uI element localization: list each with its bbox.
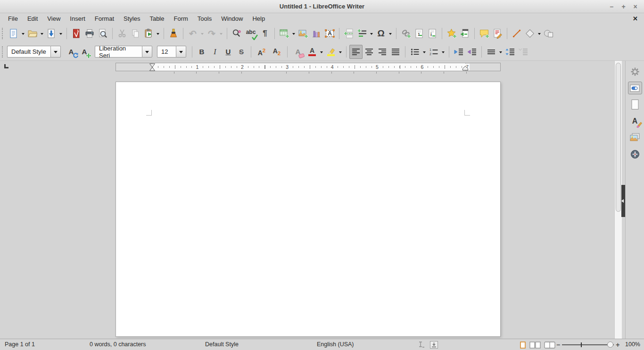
toolbar-grip[interactable]	[2, 28, 5, 39]
paragraph-style-dropdown[interactable]	[50, 46, 61, 58]
zoom-in-icon[interactable]: +	[616, 340, 619, 350]
track-changes-button[interactable]	[491, 26, 504, 41]
font-name-combo[interactable]: Liberation Seri	[95, 46, 142, 58]
insert-special-character-dropdown[interactable]	[388, 26, 393, 41]
menu-help[interactable]: Help	[248, 14, 270, 24]
font-size-combo[interactable]: 12	[157, 46, 176, 58]
highlight-color-button[interactable]	[324, 45, 338, 59]
zoom-out-icon[interactable]: −	[556, 340, 560, 350]
strikethrough-button[interactable]: S	[235, 45, 248, 59]
line-spacing-dropdown[interactable]	[498, 45, 504, 59]
sidebar-page-tab[interactable]	[628, 98, 642, 111]
formatting-marks-button[interactable]: ¶	[258, 26, 272, 41]
insert-hyperlink-button[interactable]	[399, 26, 413, 41]
new-document-dropdown[interactable]	[20, 26, 26, 41]
indent-marker-right[interactable]	[462, 66, 469, 71]
horizontal-ruler[interactable]: 1 2 3 4 5 6 7	[116, 63, 501, 71]
insert-image-button[interactable]	[297, 26, 310, 41]
multi-page-view-icon[interactable]	[529, 342, 541, 349]
zoom-slider-knob[interactable]	[607, 342, 613, 348]
spelling-button[interactable]: abc	[243, 26, 258, 41]
increase-paragraph-spacing-button[interactable]	[504, 45, 517, 59]
font-color-button[interactable]: A	[305, 45, 319, 59]
sidebar-settings-button[interactable]	[628, 65, 642, 78]
basic-shapes-button[interactable]	[523, 26, 537, 41]
new-style-button[interactable]: A	[78, 45, 91, 59]
book-view-icon[interactable]	[544, 342, 555, 349]
clone-formatting-button[interactable]	[167, 26, 180, 41]
update-style-button[interactable]: A	[65, 45, 78, 59]
language-status[interactable]: English (USA)	[317, 339, 354, 350]
insert-page-break-button[interactable]	[342, 26, 355, 41]
sidebar-hide-handle[interactable]	[621, 185, 625, 217]
new-document-button[interactable]	[7, 26, 20, 41]
insert-bookmark-button[interactable]	[445, 26, 458, 41]
find-replace-button[interactable]	[230, 26, 243, 41]
paragraph-style-combo[interactable]: Default Style	[7, 46, 50, 58]
basic-shapes-dropdown[interactable]	[537, 26, 542, 41]
document-page[interactable]	[116, 82, 501, 337]
show-draw-functions-button[interactable]	[542, 26, 555, 41]
menu-file[interactable]: File	[3, 14, 23, 24]
menu-form[interactable]: Form	[169, 14, 192, 24]
menu-tools[interactable]: Tools	[193, 14, 216, 24]
insert-endnote-button[interactable]: i	[426, 26, 439, 41]
insert-footnote-button[interactable]: 1	[413, 26, 426, 41]
indent-marker-left[interactable]	[149, 63, 156, 71]
increase-indent-button[interactable]	[452, 45, 465, 59]
clear-formatting-button[interactable]: A	[290, 45, 305, 59]
tab-stop-selector-icon[interactable]	[4, 64, 8, 68]
minimize-button[interactable]: –	[606, 3, 618, 10]
insert-field-dropdown[interactable]	[369, 26, 374, 41]
insert-comment-button[interactable]	[478, 26, 491, 41]
close-button[interactable]: ×	[629, 3, 641, 10]
highlight-color-dropdown[interactable]	[338, 45, 343, 59]
open-button[interactable]	[26, 26, 39, 41]
insert-table-dropdown[interactable]	[291, 26, 297, 41]
maximize-button[interactable]: +	[618, 3, 629, 10]
sidebar-navigator-tab[interactable]	[628, 148, 642, 160]
decrease-indent-button[interactable]	[465, 45, 479, 59]
font-name-dropdown[interactable]	[142, 46, 152, 58]
insert-line-button[interactable]	[510, 26, 523, 41]
insert-textbox-button[interactable]: A	[323, 26, 336, 41]
insert-field-button[interactable]	[355, 26, 369, 41]
save-button[interactable]	[45, 26, 58, 41]
bold-button[interactable]: B	[195, 45, 208, 59]
menu-view[interactable]: View	[42, 14, 65, 24]
align-justify-button[interactable]	[389, 45, 402, 59]
menu-format[interactable]: Format	[90, 14, 119, 24]
document-save-status-icon[interactable]	[430, 341, 438, 350]
menu-window[interactable]: Window	[216, 14, 248, 24]
sidebar-styles-tab[interactable]: A	[628, 115, 642, 127]
bullet-list-dropdown[interactable]	[421, 45, 427, 59]
zoom-slider-track[interactable]	[562, 344, 614, 345]
line-spacing-button[interactable]	[485, 45, 498, 59]
superscript-button[interactable]: A2	[254, 45, 269, 59]
align-left-button[interactable]	[349, 45, 363, 59]
page-style-status[interactable]: Default Style	[205, 339, 239, 350]
menu-styles[interactable]: Styles	[119, 14, 145, 24]
single-page-view-icon[interactable]	[520, 342, 526, 349]
open-dropdown[interactable]	[39, 26, 45, 41]
save-dropdown[interactable]	[58, 26, 64, 41]
menu-edit[interactable]: Edit	[23, 14, 42, 24]
toolbar-grip[interactable]	[2, 46, 5, 58]
paste-button[interactable]	[142, 26, 155, 41]
print-button[interactable]	[83, 26, 96, 41]
page-count-status[interactable]: Page 1 of 1	[5, 339, 35, 350]
insert-chart-button[interactable]	[310, 26, 323, 41]
numbered-list-button[interactable]: 12	[427, 45, 440, 59]
zoom-level-value[interactable]: 100%	[625, 339, 640, 350]
insert-cross-reference-button[interactable]	[458, 26, 471, 41]
align-right-button[interactable]	[376, 45, 389, 59]
selection-mode-icon[interactable]	[417, 341, 425, 350]
insert-special-character-button[interactable]: Ω	[374, 26, 388, 41]
word-count-status[interactable]: 0 words, 0 characters	[90, 339, 146, 350]
sidebar-gallery-tab[interactable]	[628, 131, 642, 144]
font-size-dropdown[interactable]	[176, 46, 186, 58]
subscript-button[interactable]: A2	[269, 45, 284, 59]
print-preview-button[interactable]	[96, 26, 109, 41]
sidebar-properties-tab[interactable]	[628, 82, 642, 94]
menu-insert[interactable]: Insert	[65, 14, 90, 24]
